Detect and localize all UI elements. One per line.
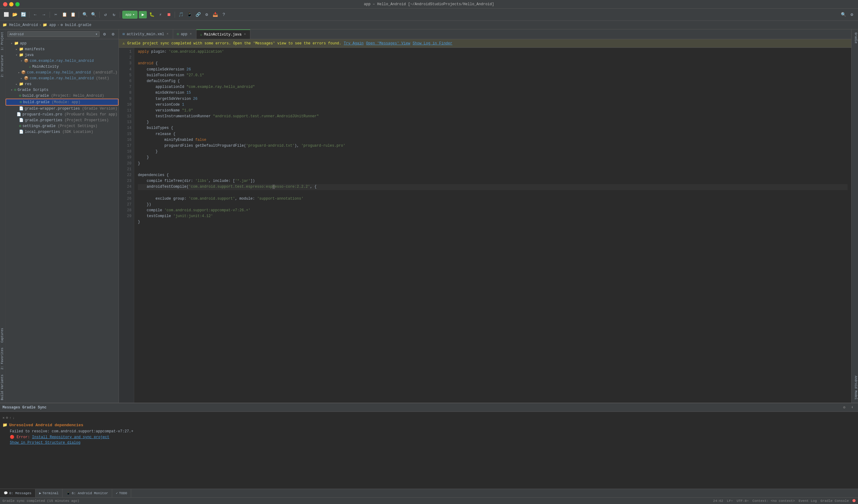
install-repository-link[interactable]: Install Repository and sync project: [32, 435, 109, 439]
toolbar-new-file[interactable]: ⬜: [2, 11, 10, 18]
search-everywhere-button[interactable]: 🔍: [840, 11, 847, 18]
tab-label-activity-main-xml: activity_main.xml: [127, 32, 164, 36]
project-gear-btn[interactable]: ⚙: [109, 31, 117, 38]
breadcrumb-file-icon: ⚙: [61, 23, 63, 27]
tree-item-pkg-test[interactable]: ▸ 📦 com.example.ray.hello_android (test): [5, 75, 118, 81]
toolbar-back[interactable]: ←: [32, 11, 39, 18]
code-content[interactable]: apply plugin: 'com.android.application' …: [134, 48, 851, 403]
project-view-dropdown[interactable]: Android ▾: [7, 31, 99, 37]
toolbar-paste[interactable]: 📋: [69, 11, 77, 18]
code-editor[interactable]: 12345 678910 1112131415 1617181920 21222…: [119, 48, 851, 403]
toolbar-sync[interactable]: 🔄: [20, 11, 27, 18]
tree-item-gradle-scripts[interactable]: ▾ ⚙ Gradle Scripts: [5, 87, 118, 93]
debug-button[interactable]: 🐛: [148, 11, 155, 18]
run-config-selector[interactable]: app ▾: [122, 11, 138, 19]
msg-close-btn[interactable]: ✕: [2, 416, 5, 420]
bottom-tab-android-monitor[interactable]: 📱 6: Android Monitor: [63, 489, 112, 497]
manifests-folder-icon: 📁: [19, 47, 23, 51]
minimize-button[interactable]: [9, 2, 14, 6]
sidebar-tab-captures[interactable]: Captures: [0, 325, 5, 345]
tab-close-mainactivity[interactable]: ×: [243, 32, 247, 36]
toolbar-cut[interactable]: ✂: [52, 11, 60, 18]
status-encoding[interactable]: UTF-8÷: [737, 499, 749, 503]
tree-item-manifests[interactable]: ▸ 📁 manifests: [5, 46, 118, 52]
tree-item-res[interactable]: ▸ 📁 res: [5, 81, 118, 87]
right-tab-android-model[interactable]: Android Model: [852, 373, 858, 403]
breadcrumb-file[interactable]: build.gradle: [65, 23, 91, 27]
breadcrumb-module[interactable]: app: [49, 23, 56, 27]
tree-label-gradle-scripts: Gradle Scripts: [17, 88, 48, 92]
messages-settings-btn[interactable]: ⚙: [841, 404, 847, 411]
toolbar-find[interactable]: 🔍: [81, 11, 89, 18]
show-log-link[interactable]: Show Log in Finder: [413, 41, 452, 46]
run-button[interactable]: ▶: [139, 11, 147, 18]
open-messages-link[interactable]: Open 'Messages' View: [366, 41, 410, 46]
status-position[interactable]: 24:62: [713, 499, 723, 503]
window-controls[interactable]: [3, 2, 20, 6]
apply-changes-button[interactable]: ⚡: [157, 11, 164, 18]
terminal-button[interactable]: 📥: [211, 11, 219, 18]
msg-arrows-down[interactable]: ↓: [13, 416, 15, 420]
sync-project-button[interactable]: 🔗: [194, 11, 202, 18]
tab-close-app[interactable]: ×: [189, 32, 192, 36]
tab-icon-xml: ⊞: [123, 32, 125, 36]
toolbar-copy[interactable]: 📋: [61, 11, 68, 18]
maximize-button[interactable]: [15, 2, 20, 6]
avd-manager-button[interactable]: 📱: [186, 11, 193, 18]
tree-item-gradle-wrapper[interactable]: 📄 gradle-wrapper.properties (Gradle Vers…: [5, 105, 118, 112]
breadcrumb-project[interactable]: Hello_Android: [9, 23, 38, 27]
status-context: Context: <no context>: [752, 499, 795, 503]
msg-arrows-up[interactable]: ↑: [9, 416, 11, 420]
tree-arrow-res: ▸: [14, 82, 19, 86]
breadcrumb-bar: 📁 Hello_Android › 📁 app › ⚙ build.gradle: [0, 21, 858, 29]
sidebar-tab-project[interactable]: 1: Project: [0, 29, 5, 53]
tab-app[interactable]: ⚙ app ×: [173, 29, 196, 39]
messages-download-btn[interactable]: ⬇: [849, 404, 856, 411]
tree-label-settings-gradle: settings.gradle (Project Settings): [22, 124, 97, 128]
bottom-tab-todo[interactable]: ✓ TODO: [112, 489, 131, 497]
toolbar-forward[interactable]: →: [40, 11, 48, 18]
sidebar-tab-structure[interactable]: 2: Structure: [0, 53, 5, 80]
bottom-tab-terminal[interactable]: ▶ Terminal: [35, 489, 63, 497]
tree-item-gradle-properties[interactable]: 📄 gradle.properties (Project Properties): [5, 117, 118, 123]
tab-mainactivity-java[interactable]: ☕ MainActivity.java ×: [196, 29, 251, 39]
tree-item-local-properties[interactable]: 📄 local.properties (SDK Location): [5, 129, 118, 135]
tree-item-settings-gradle[interactable]: ⚙ settings.gradle (Project Settings): [5, 123, 118, 129]
settings-button[interactable]: ⚙: [203, 11, 210, 18]
stop-button[interactable]: ⏹: [165, 11, 173, 18]
help-button[interactable]: ?: [220, 11, 227, 18]
sidebar-tab-favorites[interactable]: 2: Favorites: [0, 345, 5, 372]
try-again-link[interactable]: Try Again: [344, 41, 364, 46]
tree-item-build-gradle-app[interactable]: ⚙ build.gradle (Module: app): [5, 99, 118, 105]
project-panel: Android ▾ ⚙ ⚙ ▾ 📁 app ▸ 📁 manifests: [5, 29, 119, 403]
msg-expand-btn[interactable]: ⊖: [6, 416, 8, 420]
toolbar-find2[interactable]: 🔍: [90, 11, 97, 18]
tree-item-proguard[interactable]: 📄 proguard-rules.pro (ProGuard Rules for…: [5, 112, 118, 117]
tab-close-activity-main[interactable]: ×: [166, 32, 169, 36]
sdk-manager-button[interactable]: 🎵: [177, 11, 185, 18]
gradle-console-link[interactable]: Gradle Console: [821, 499, 849, 503]
tree-item-pkg-main[interactable]: ▾ 📦 com.example.ray.hello_android: [5, 58, 118, 64]
toolbar-redo[interactable]: ↻: [110, 11, 118, 18]
bottom-tab-messages[interactable]: 💬 0: Messages: [0, 489, 35, 497]
tree-item-build-gradle-project[interactable]: ⚙ build.gradle (Project: Hello_Android): [5, 93, 118, 99]
toolbar-undo[interactable]: ↺: [102, 11, 109, 18]
event-log-link[interactable]: Event Log: [798, 499, 816, 503]
toolbar-open[interactable]: 📂: [11, 11, 18, 18]
right-tab-gradle[interactable]: Gradle: [852, 29, 858, 47]
close-button[interactable]: [3, 2, 7, 6]
sidebar-tab-build-variants[interactable]: Build Variants: [0, 372, 5, 403]
status-lf[interactable]: LF÷: [727, 499, 733, 503]
android-monitor-tab-label: 6: Android Monitor: [72, 491, 108, 495]
project-settings-btn[interactable]: ⚙: [101, 31, 108, 38]
build-gradle-project-icon: ⚙: [19, 93, 21, 98]
settings2-button[interactable]: ⚙: [848, 11, 856, 18]
show-project-structure-link[interactable]: Show in Project Structure dialog: [10, 441, 80, 445]
tree-item-pkg-android-test[interactable]: ▸ 📦 com.example.ray.hello_android (andro…: [5, 69, 118, 75]
tab-label-mainactivity-java: MainActivity.java: [204, 32, 241, 37]
tree-item-java[interactable]: ▾ 📁 java: [5, 52, 118, 58]
tree-item-mainactivity[interactable]: ☕ MainActivity: [5, 64, 118, 69]
android-monitor-tab-icon: 📱: [66, 491, 70, 495]
tab-activity-main-xml[interactable]: ⊞ activity_main.xml ×: [119, 29, 173, 39]
tree-item-app[interactable]: ▾ 📁 app: [5, 40, 118, 46]
